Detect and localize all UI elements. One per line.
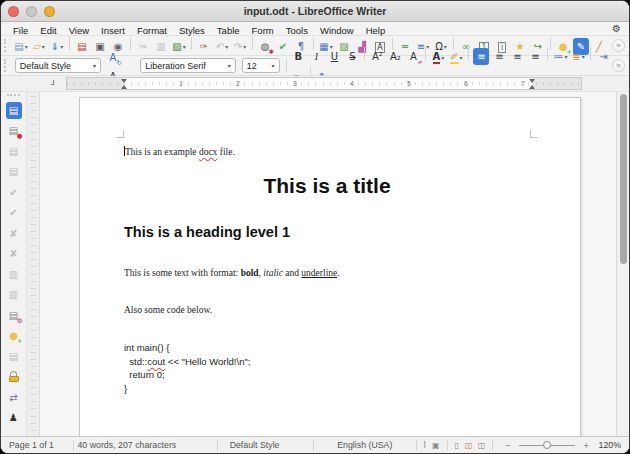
clone-formatting-button[interactable]: ✑ bbox=[196, 38, 212, 55]
toolbar-separator bbox=[191, 37, 192, 50]
selection-mode-icon[interactable]: I bbox=[421, 440, 429, 451]
export-pdf-button[interactable]: ▤ bbox=[74, 38, 90, 55]
scrollbar-thumb[interactable] bbox=[620, 94, 627, 264]
menu-bar: FileEditViewInsertFormatStylesTableFormT… bbox=[1, 22, 629, 36]
menu-edit[interactable]: Edit bbox=[34, 25, 62, 36]
redo-button[interactable]: ↷▾ bbox=[232, 38, 248, 55]
toolbar-separator bbox=[252, 37, 253, 50]
reject-all-changes-button[interactable]: ✘ bbox=[6, 245, 22, 262]
copy-button[interactable]: ▥ bbox=[153, 38, 169, 55]
menu-styles[interactable]: Styles bbox=[173, 25, 211, 36]
save-button[interactable]: ⇓▾ bbox=[49, 38, 65, 55]
vertical-scrollbar[interactable] bbox=[616, 92, 629, 436]
underline-button[interactable]: U bbox=[326, 48, 342, 65]
justify-button[interactable]: ≡ bbox=[527, 48, 543, 65]
record-track-changes-button[interactable]: ▤● bbox=[6, 122, 22, 139]
left-indent-marker[interactable] bbox=[121, 79, 127, 83]
paste-button[interactable]: ▧▾ bbox=[171, 38, 187, 55]
ruler-ticks bbox=[67, 82, 581, 85]
toolbar-grip[interactable] bbox=[7, 94, 20, 98]
code-line: std::cout << "Hello World!\n"; bbox=[124, 355, 530, 369]
tab-stop-selector[interactable]: L bbox=[50, 78, 54, 87]
italic-button[interactable]: I bbox=[308, 48, 324, 65]
zoom-out-icon[interactable]: − bbox=[501, 440, 514, 451]
show-track-changes-button[interactable]: ▤ bbox=[6, 102, 22, 119]
new-document-button[interactable]: ▤▾ bbox=[13, 38, 29, 55]
increase-indent-button[interactable]: ⇥ bbox=[595, 48, 611, 65]
paragraph-style-select[interactable]: Default Style ▾ bbox=[15, 58, 101, 73]
zoom-in-icon[interactable]: + bbox=[580, 440, 593, 451]
insert-comment-sidebar-button[interactable]: ●+ bbox=[6, 327, 22, 344]
zoom-slider-track[interactable] bbox=[519, 445, 575, 446]
menu-form[interactable]: Form bbox=[246, 25, 280, 36]
book-view-button[interactable]: ◫ bbox=[475, 440, 489, 451]
menu-format[interactable]: Format bbox=[131, 25, 173, 36]
word-count-status[interactable]: 40 words, 207 characters bbox=[77, 440, 212, 450]
reject-all-shown-button[interactable]: ▥ bbox=[6, 286, 22, 303]
toolbar-grip[interactable] bbox=[4, 39, 8, 52]
document-page[interactable]: This is an example docx file. This is a … bbox=[79, 97, 581, 436]
right-indent-marker[interactable] bbox=[529, 79, 535, 83]
find-replace-button[interactable]: ◍✱ bbox=[257, 38, 273, 55]
font-name-value: Liberation Serif bbox=[145, 61, 222, 71]
single-page-view-button[interactable]: ▯ bbox=[451, 440, 461, 451]
subscript-button[interactable]: A₂ bbox=[387, 48, 403, 65]
clear-formatting-button[interactable]: A▰ bbox=[405, 48, 421, 65]
paragraph-code-intro: Also some code below. bbox=[124, 304, 530, 317]
multi-page-view-button[interactable]: ▯▯ bbox=[462, 440, 475, 451]
menu-window[interactable]: Window bbox=[314, 25, 360, 36]
zoom-slider-thumb[interactable] bbox=[543, 441, 551, 449]
cut-button[interactable]: ✂ bbox=[135, 38, 151, 55]
protect-document-button[interactable] bbox=[6, 368, 22, 385]
open-button[interactable]: ▱▾ bbox=[31, 38, 47, 55]
ordered-list-button[interactable]: ≣▾ bbox=[570, 48, 586, 65]
strikethrough-button[interactable]: S bbox=[344, 48, 360, 65]
right-indent-marker-lower[interactable] bbox=[529, 85, 535, 89]
first-line-indent-marker[interactable] bbox=[121, 85, 127, 89]
reject-change-button[interactable]: ✘ bbox=[6, 225, 22, 242]
zoom-slider[interactable]: − + bbox=[501, 440, 592, 451]
toolbar-grip[interactable] bbox=[4, 59, 8, 72]
accept-all-shown-button[interactable]: ▥ bbox=[6, 266, 22, 283]
menu-help[interactable]: Help bbox=[360, 25, 392, 36]
gear-icon[interactable]: ⚙ bbox=[612, 23, 621, 34]
main-area: ▤▤●▤▤✔✔✘✘▥▥▤⚙●+▤⇄♟ This is an example do… bbox=[1, 92, 629, 436]
zoom-level-status[interactable]: 120% bbox=[599, 440, 622, 450]
horizontal-ruler[interactable]: 1234567 bbox=[66, 77, 582, 90]
menu-file[interactable]: File bbox=[7, 25, 34, 36]
ruler-number: 2 bbox=[236, 80, 240, 87]
unordered-list-button[interactable]: ≔▾ bbox=[552, 48, 568, 65]
next-track-change-button[interactable]: ▤ bbox=[6, 163, 22, 180]
toolbar-separator bbox=[425, 47, 426, 60]
menu-table[interactable]: Table bbox=[211, 25, 246, 36]
compare-documents-button[interactable]: ⇄ bbox=[6, 389, 22, 406]
menu-insert[interactable]: Insert bbox=[95, 25, 131, 36]
manage-track-changes-button[interactable]: ▤⚙ bbox=[6, 307, 22, 324]
menu-tools[interactable]: Tools bbox=[280, 25, 314, 36]
page-style-status[interactable]: Default Style bbox=[222, 440, 309, 450]
bold-button[interactable]: B bbox=[290, 48, 306, 65]
save-status-icon[interactable]: ▣ bbox=[429, 440, 443, 451]
align-left-button[interactable]: ≡ bbox=[473, 48, 489, 65]
font-name-select[interactable]: Liberation Serif ▾ bbox=[140, 58, 235, 73]
protect-changes-button[interactable]: ▤ bbox=[6, 348, 22, 365]
accept-change-button[interactable]: ✔ bbox=[6, 184, 22, 201]
undo-button[interactable]: ↶▾ bbox=[214, 38, 230, 55]
font-size-select[interactable]: 12 ▾ bbox=[242, 58, 280, 73]
accept-all-changes-button[interactable]: ✔ bbox=[6, 204, 22, 221]
update-style-button[interactable]: A↻ bbox=[105, 49, 121, 66]
align-center-button[interactable]: ≡ bbox=[491, 48, 507, 65]
ruler-ticks bbox=[30, 96, 36, 432]
menu-view[interactable]: View bbox=[63, 25, 95, 36]
superscript-button[interactable]: A² bbox=[369, 48, 385, 65]
toolbar-overflow-button[interactable]: » bbox=[612, 59, 625, 72]
align-right-button[interactable]: ≡ bbox=[509, 48, 525, 65]
track-changes-toolbar: ▤▤●▤▤✔✔✘✘▥▥▤⚙●+▤⇄♟ bbox=[1, 92, 27, 436]
previous-track-change-button[interactable]: ▤ bbox=[6, 143, 22, 160]
author-stamp-button[interactable]: ♟ bbox=[6, 409, 22, 426]
highlight-color-button[interactable]: ✐▾ bbox=[448, 49, 464, 66]
font-color-button[interactable]: A▾ bbox=[430, 49, 446, 66]
page-number-status[interactable]: Page 1 of 1 bbox=[9, 440, 69, 450]
vertical-ruler[interactable] bbox=[27, 92, 40, 436]
language-status[interactable]: English (USA) bbox=[318, 440, 412, 450]
